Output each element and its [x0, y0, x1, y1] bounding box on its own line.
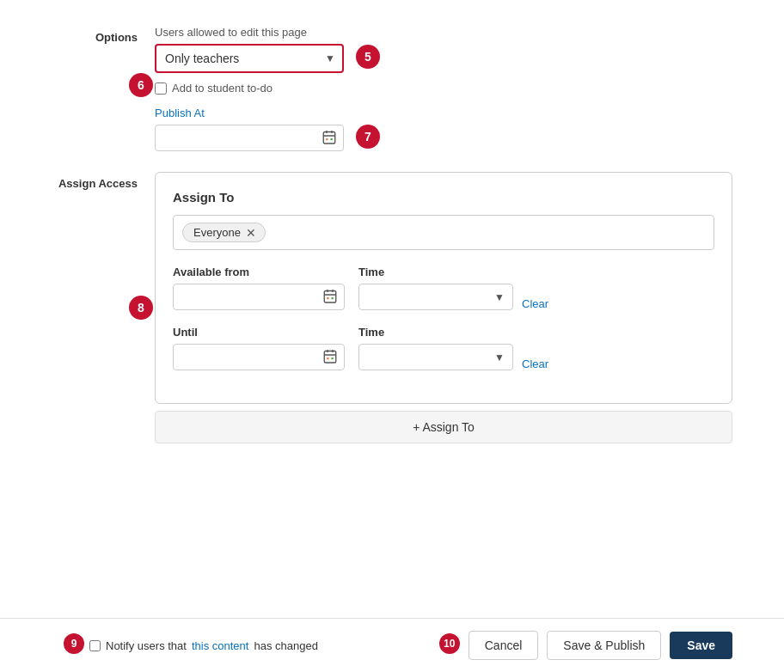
available-from-calendar-icon[interactable]: [321, 286, 340, 308]
svg-rect-0: [323, 131, 335, 144]
assign-access-label: Assign Access: [52, 172, 155, 190]
chip-label: Everyone: [193, 226, 241, 239]
until-clear-link[interactable]: Clear: [522, 349, 548, 370]
chip-remove-btn[interactable]: ✕: [246, 227, 256, 239]
available-from-time-select[interactable]: [358, 284, 513, 310]
svg-rect-5: [331, 138, 333, 140]
publish-at-calendar-icon[interactable]: [320, 127, 339, 149]
assign-to-field[interactable]: Everyone ✕: [173, 215, 714, 250]
save-publish-button[interactable]: Save & Publish: [547, 631, 661, 660]
svg-rect-16: [327, 357, 328, 359]
available-from-label: Available from: [173, 266, 345, 278]
notify-checkbox[interactable]: [89, 640, 101, 651]
publish-at-label: Publish At: [155, 107, 380, 119]
svg-rect-10: [327, 297, 328, 299]
available-from-clear-link[interactable]: Clear: [522, 289, 548, 310]
add-todo-checkbox[interactable]: [155, 82, 167, 95]
assign-to-add-button[interactable]: + Assign To: [155, 411, 732, 443]
available-from-input[interactable]: [173, 284, 345, 310]
badge-5: 5: [356, 45, 380, 69]
time-label-2: Time: [358, 326, 548, 339]
svg-rect-12: [324, 351, 336, 363]
notify-prefix: Notify users that: [106, 639, 187, 652]
svg-rect-11: [332, 297, 334, 299]
badge-9: 9: [64, 633, 84, 654]
assign-to-title: Assign To: [173, 190, 714, 205]
svg-rect-6: [324, 290, 336, 302]
svg-rect-4: [326, 138, 328, 140]
users-edit-label: Users allowed to edit this page: [155, 26, 732, 39]
add-todo-label: Add to student to-do: [172, 82, 273, 95]
notify-content-link[interactable]: this content: [192, 639, 249, 652]
badge-10: 10: [439, 633, 460, 654]
options-label: Options: [52, 26, 155, 44]
until-input[interactable]: [173, 344, 345, 370]
users-edit-dropdown[interactable]: Only teachersEveryoneTeachers and Studen…: [155, 44, 344, 73]
until-time-select[interactable]: [358, 344, 513, 370]
everyone-chip: Everyone ✕: [182, 223, 266, 242]
publish-at-input[interactable]: [155, 125, 344, 151]
cancel-button[interactable]: Cancel: [469, 631, 539, 660]
until-calendar-icon[interactable]: [321, 346, 340, 368]
badge-7: 7: [356, 125, 380, 149]
save-button[interactable]: Save: [670, 632, 732, 659]
notify-suffix: has changed: [254, 639, 317, 652]
badge-6: 6: [129, 73, 153, 97]
until-label: Until: [173, 326, 345, 339]
footer-bar: 9 Notify users that this content has cha…: [0, 618, 784, 672]
time-label-1: Time: [358, 266, 548, 278]
badge-8: 8: [129, 296, 153, 320]
svg-rect-17: [332, 357, 334, 359]
